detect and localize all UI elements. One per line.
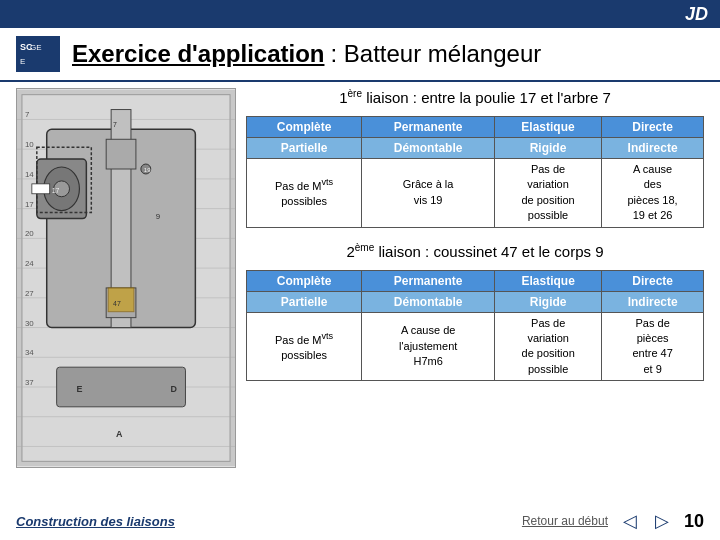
cell-pieces-2: Pas depiècesentre 47et 9 [602, 312, 704, 381]
school-logo: SC GE E [16, 36, 60, 72]
svg-text:10: 10 [25, 140, 34, 149]
diagram-box: 7 10 14 17 20 24 27 30 34 37 [16, 88, 236, 468]
cell-variation-1: Pas devariationde positionpossible [494, 159, 601, 228]
cell-demontable-2: Démontable [362, 291, 495, 312]
cell-partielle-1: Partielle [247, 138, 362, 159]
svg-text:14: 14 [25, 170, 34, 179]
cell-demontable-1: Démontable [362, 138, 495, 159]
left-diagram-area: 7 10 14 17 20 24 27 30 34 37 [16, 88, 236, 468]
table-row: Partielle Démontable Rigide Indirecte [247, 138, 704, 159]
header: SC GE E Exercice d'application : Batteur… [0, 28, 720, 82]
table-row: Partielle Démontable Rigide Indirecte [247, 291, 704, 312]
svg-text:37: 37 [25, 378, 34, 387]
cell-rigide-1: Rigide [494, 138, 601, 159]
svg-text:47: 47 [113, 300, 121, 307]
page-subtitle: : Batteur mélangeur [330, 40, 541, 68]
section2-title-sup: ème [355, 242, 374, 253]
svg-text:D: D [171, 384, 178, 394]
page-number: 10 [684, 511, 704, 532]
section2-title: 2ème liaison : coussinet 47 et le corps … [246, 242, 704, 260]
svg-text:20: 20 [25, 229, 34, 238]
cell-variation-2: Pas devariationde positionpossible [495, 312, 602, 381]
cell-directe-1: Directe [602, 117, 704, 138]
footer-right: Retour au début ◁ ▷ 10 [522, 510, 704, 532]
svg-text:A: A [116, 429, 123, 439]
svg-text:9: 9 [156, 212, 161, 221]
svg-text:27: 27 [25, 289, 34, 298]
svg-text:E: E [76, 384, 82, 394]
svg-rect-33 [106, 139, 136, 169]
nav-prev-icon[interactable]: ◁ [616, 510, 644, 532]
section2-title-text: liaison : coussinet 47 et le corps 9 [374, 243, 603, 260]
section1-title-sup: ère [348, 88, 362, 99]
svg-text:17: 17 [52, 187, 60, 194]
nav-next-icon[interactable]: ▷ [648, 510, 676, 532]
svg-text:E: E [20, 57, 25, 66]
top-bar: JD [0, 0, 720, 28]
cell-grace-1: Grâce à lavis 19 [362, 159, 495, 228]
footer-link[interactable]: Construction des liaisons [16, 514, 175, 529]
section2-table: Complète Permanente Elastique Directe Pa… [246, 270, 704, 382]
svg-text:17: 17 [25, 200, 34, 209]
cell-mvts-1: Pas de Mvtspossibles [247, 159, 362, 228]
footer: Construction des liaisons Retour au débu… [0, 510, 720, 532]
svg-text:24: 24 [25, 259, 34, 268]
table-row: Pas de Mvtspossibles A cause del'ajustem… [247, 312, 704, 381]
cell-acause-1: A causedespièces 18,19 et 26 [602, 159, 704, 228]
cell-indirecte-1: Indirecte [602, 138, 704, 159]
cell-directe-2: Directe [602, 270, 704, 291]
cell-complete-2: Complète [247, 270, 362, 291]
cell-elastique-2: Elastique [495, 270, 602, 291]
svg-text:30: 30 [25, 319, 34, 328]
footer-nav: ◁ ▷ [616, 510, 676, 532]
svg-text:7: 7 [113, 121, 117, 128]
table-row: Complète Permanente Elastique Directe [247, 270, 704, 291]
cell-permanente-1: Permanente [362, 117, 495, 138]
svg-text:34: 34 [25, 348, 34, 357]
right-content: 1ère liaison : entre la poulie 17 et l'a… [246, 88, 704, 468]
section1-title: 1ère liaison : entre la poulie 17 et l'a… [246, 88, 704, 106]
svg-text:GE: GE [30, 43, 42, 52]
main-content: 7 10 14 17 20 24 27 30 34 37 [0, 82, 720, 474]
cell-partielle-2: Partielle [247, 291, 362, 312]
cell-complete-1: Complète [247, 117, 362, 138]
cell-ajustement-2: A cause del'ajustementH7m6 [362, 312, 495, 381]
section1-title-prefix: 1 [339, 89, 347, 106]
svg-rect-47 [32, 184, 50, 194]
cell-permanente-2: Permanente [362, 270, 495, 291]
cell-indirecte-2: Indirecte [602, 291, 704, 312]
svg-text:7: 7 [25, 110, 29, 119]
table-row: Pas de Mvtspossibles Grâce à lavis 19 Pa… [247, 159, 704, 228]
cell-mvts-2: Pas de Mvtspossibles [247, 312, 362, 381]
footer-return[interactable]: Retour au début [522, 514, 608, 528]
section1-table: Complète Permanente Elastique Directe Pa… [246, 116, 704, 228]
jd-logo: JD [685, 4, 708, 25]
section2-title-prefix: 2 [346, 243, 354, 260]
cell-elastique-1: Elastique [494, 117, 601, 138]
page-title: Exercice d'application [72, 40, 324, 68]
table-row: Complète Permanente Elastique Directe [247, 117, 704, 138]
section1-title-text: liaison : entre la poulie 17 et l'arbre … [362, 89, 611, 106]
cell-rigide-2: Rigide [495, 291, 602, 312]
svg-text:19: 19 [144, 167, 151, 173]
svg-rect-35 [108, 288, 134, 312]
